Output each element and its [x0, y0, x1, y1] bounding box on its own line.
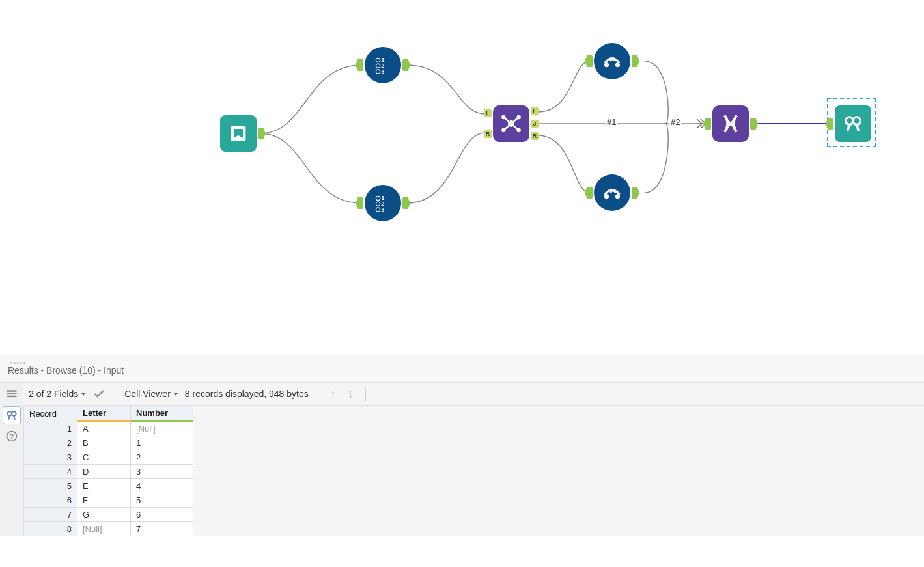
cell-letter[interactable]: F [77, 493, 131, 508]
input-anchor[interactable] [703, 118, 711, 130]
join-output-l[interactable]: L [531, 107, 539, 115]
cell-record[interactable]: 6 [24, 493, 77, 508]
cell-record[interactable]: 2 [24, 436, 77, 450]
fields-summary: 2 of 2 Fields [29, 389, 78, 399]
input-anchor[interactable] [585, 187, 593, 199]
cell-number[interactable]: 6 [131, 508, 193, 522]
svg-point-25 [615, 62, 620, 67]
svg-line-21 [511, 117, 519, 124]
table-row[interactable]: 2B1 [24, 436, 193, 450]
help-icon[interactable]: ? [3, 427, 21, 445]
cell-letter[interactable]: A [77, 421, 131, 436]
cell-letter[interactable]: D [77, 465, 131, 479]
formula-tool[interactable] [712, 105, 749, 142]
browse-tool[interactable] [835, 105, 871, 142]
cell-number[interactable]: 4 [131, 479, 193, 493]
svg-point-0 [240, 130, 242, 131]
record-id-tool-top[interactable]: 123 [365, 47, 401, 83]
svg-line-39 [8, 416, 10, 420]
cell-number[interactable]: 1 [131, 436, 193, 450]
cell-record[interactable]: 7 [24, 508, 77, 522]
output-anchor[interactable] [402, 197, 410, 209]
svg-text:3: 3 [382, 206, 385, 213]
browse-view-icon[interactable] [3, 406, 21, 424]
output-anchor[interactable] [632, 55, 639, 67]
cell-viewer-dropdown[interactable]: Cell Viewer [124, 389, 178, 399]
record-id-tool-bottom[interactable]: 123 [365, 185, 401, 221]
input-anchor[interactable] [826, 118, 833, 130]
text-input-tool[interactable] [220, 115, 257, 152]
multi-row-formula-bottom[interactable] [594, 174, 630, 211]
cell-letter[interactable]: C [77, 450, 131, 465]
fields-dropdown[interactable]: 2 of 2 Fields [29, 389, 86, 399]
output-anchor[interactable] [750, 118, 758, 130]
cell-record[interactable]: 4 [24, 465, 77, 479]
table-row[interactable]: 3C2 [24, 450, 193, 465]
table-row[interactable]: 5E4 [24, 479, 193, 493]
cell-record[interactable]: 8 [24, 522, 77, 536]
caret-down-icon [81, 393, 86, 396]
join-input-l[interactable]: L [484, 109, 492, 117]
svg-rect-36 [7, 396, 17, 398]
svg-line-23 [511, 124, 519, 130]
svg-point-8 [376, 70, 380, 74]
svg-line-22 [503, 124, 511, 130]
input-anchor[interactable] [585, 55, 593, 67]
svg-point-14 [376, 208, 380, 212]
cell-number[interactable]: 5 [131, 493, 193, 508]
prev-record-button[interactable]: ↑ [328, 387, 339, 401]
browse-tool-selection[interactable] [827, 98, 876, 147]
results-toolbar: 2 of 2 Fields Cell Viewer 8 records disp… [23, 383, 924, 406]
cell-letter[interactable]: [Null] [77, 522, 131, 536]
cell-letter[interactable]: E [77, 479, 131, 493]
column-header-number[interactable]: Number [131, 406, 193, 421]
cell-number[interactable]: 7 [131, 522, 193, 536]
apply-check-icon[interactable] [92, 387, 105, 400]
output-anchor[interactable] [258, 128, 266, 139]
multi-row-formula-top[interactable] [594, 43, 630, 79]
input-anchor[interactable] [356, 59, 363, 71]
results-grid[interactable]: Record Letter Number 1A[Null]2B13C24D35E… [23, 406, 924, 536]
cell-letter[interactable]: G [77, 508, 131, 522]
svg-point-1 [240, 133, 242, 135]
svg-line-33 [857, 124, 859, 131]
results-title: Results - Browse (10) - Input [7, 364, 917, 378]
join-output-r[interactable]: R [531, 132, 539, 140]
table-row[interactable]: 6F5 [24, 493, 193, 508]
column-header-letter[interactable]: Letter [77, 406, 131, 421]
svg-point-31 [853, 117, 860, 124]
table-row[interactable]: 7G6 [24, 508, 193, 522]
svg-line-40 [14, 416, 15, 420]
join-output-j[interactable]: J [531, 120, 539, 128]
column-header-record[interactable]: Record [24, 406, 77, 421]
output-anchor[interactable] [632, 187, 639, 199]
cell-number[interactable]: 3 [131, 465, 193, 479]
cell-record[interactable]: 5 [24, 479, 77, 493]
next-record-button[interactable]: ↓ [345, 387, 356, 401]
svg-rect-35 [7, 393, 17, 395]
cell-record[interactable]: 1 [24, 421, 77, 436]
wireless-tag-2[interactable]: #2 [669, 117, 681, 127]
panel-drag-handle[interactable] [7, 359, 917, 364]
cell-viewer-label: Cell Viewer [124, 389, 171, 399]
workflow-canvas[interactable]: #1 #2 123 123 [0, 0, 924, 355]
table-row[interactable]: 1A[Null] [24, 421, 193, 436]
cell-number[interactable]: 2 [131, 450, 193, 465]
data-view-icon[interactable] [3, 385, 21, 404]
svg-point-26 [604, 194, 609, 199]
cell-letter[interactable]: B [77, 436, 131, 450]
svg-point-24 [604, 62, 609, 67]
table-row[interactable]: 4D3 [24, 465, 193, 479]
svg-point-6 [376, 58, 380, 62]
svg-line-20 [503, 117, 511, 124]
output-anchor[interactable] [402, 59, 410, 71]
table-row[interactable]: 8[Null]7 [24, 522, 193, 536]
cell-record[interactable]: 3 [24, 450, 77, 465]
wireless-tag-1[interactable]: #1 [606, 117, 617, 127]
cell-number[interactable]: [Null] [131, 421, 193, 436]
input-anchor[interactable] [356, 197, 363, 209]
join-tool[interactable]: L R L J R [493, 105, 529, 142]
svg-point-38 [12, 411, 16, 416]
join-input-r[interactable]: R [484, 130, 492, 138]
svg-rect-34 [7, 390, 17, 392]
